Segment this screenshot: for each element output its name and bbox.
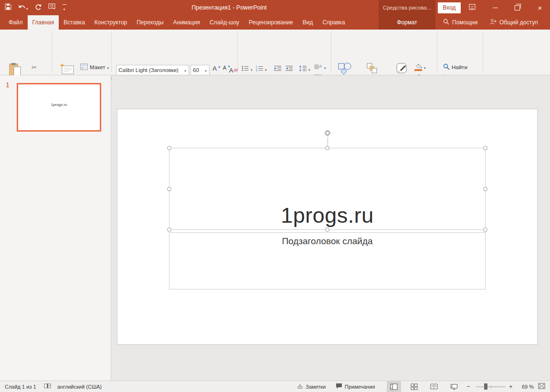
line-spacing-button[interactable] [299,64,310,74]
close-icon: × [538,4,542,11]
language-status[interactable]: английский (США) [57,381,102,392]
numbering-button[interactable]: 123 [256,64,267,74]
resize-handle-middle-right[interactable] [483,187,487,191]
find-label: Найти [452,64,467,70]
notes-toggle-button[interactable]: Заметки [297,381,326,392]
ribbon-display-options-icon [469,3,476,12]
svg-text:3: 3 [256,70,257,72]
font-size-value: 60 [191,67,202,73]
text-direction-button[interactable]: A [314,62,326,72]
layout-icon [80,63,88,71]
minimize-button[interactable] [486,0,504,15]
resize-handle-bottom-center[interactable] [325,227,329,232]
tab-home[interactable]: Главная [28,15,59,30]
slide-thumbnail[interactable]: 1progs.ru [17,83,101,132]
quick-access-toolbar [5,0,66,15]
resize-handle-top-right[interactable] [483,146,487,150]
fit-to-window-icon [538,383,545,390]
font-size-combobox[interactable]: 60 [190,65,210,75]
normal-view-button[interactable] [387,381,401,392]
rotation-handle[interactable] [324,129,331,137]
shapes-icon [338,62,352,76]
slide-sorter-view-button[interactable] [407,381,421,392]
undo-button[interactable] [18,0,28,15]
clear-formatting-button[interactable]: A [228,65,239,75]
customize-qat-button[interactable] [63,0,66,15]
tab-view[interactable]: Вид [298,15,318,30]
tab-transitions[interactable]: Переходы [132,15,168,30]
comments-toggle-button[interactable]: Примечания [336,381,375,392]
numbering-caret-icon [265,66,267,72]
resize-handle-top-left[interactable] [167,146,171,150]
save-button[interactable] [5,0,11,15]
spell-check-button[interactable] [44,381,51,392]
tab-slideshow[interactable]: Слайд-шоу [205,15,244,30]
fit-slide-to-window-button[interactable] [538,381,545,392]
shape-fill-button[interactable] [414,62,426,72]
title-bar: Презентация1 - PowerPoint Средства рисов… [0,0,550,15]
font-name-caret-icon[interactable] [182,67,189,73]
redo-button[interactable] [35,0,42,15]
reading-view-button[interactable] [427,381,441,392]
slide-editing-canvas: 1progs.ru Подзаголовок слайда [112,75,550,381]
slideshow-icon [48,3,56,12]
line-spacing-caret-icon [308,66,310,72]
close-button[interactable]: × [530,0,550,15]
tab-insert[interactable]: Вставка [59,15,90,30]
increase-indent-button[interactable] [286,64,293,74]
save-icon [5,3,11,12]
zoom-out-button[interactable]: − [466,381,470,392]
person-add-icon [490,19,497,26]
tab-review[interactable]: Рецензирование [244,15,298,30]
grow-font-button[interactable]: A▲ [212,65,222,75]
font-size-caret-icon[interactable] [202,67,209,73]
ribbon-display-options-button[interactable] [464,0,480,15]
tell-me-button[interactable]: Помощни [443,15,477,30]
slideshow-view-icon [450,383,458,390]
slide-title-text[interactable]: 1progs.ru [169,203,485,228]
notes-icon [297,383,303,390]
tab-file[interactable]: Файл [4,15,28,30]
thumbnail-title-text: 1progs.ru [18,103,100,107]
status-bar: Слайд 1 из 1 английский (США) Заметки Пр… [0,381,550,392]
undo-dropdown-caret-icon[interactable] [26,3,28,12]
start-slideshow-button[interactable] [48,0,56,15]
tab-design[interactable]: Конструктор [90,15,132,30]
maximize-button[interactable] [508,0,526,15]
slideshow-view-button[interactable] [447,381,461,392]
minimize-icon [493,8,498,8]
zoom-level-button[interactable]: 69 % [518,381,534,392]
subtitle-placeholder[interactable]: Подзаголовок слайда [169,232,486,289]
tab-format[interactable]: Формат [397,15,417,30]
tab-help[interactable]: Справка [317,15,349,30]
eraser-icon [233,69,238,72]
zoom-in-button[interactable]: + [509,381,513,392]
zoom-slider-handle[interactable] [484,383,487,390]
text-direction-caret-icon [324,64,326,70]
zoom-slider[interactable] [476,386,506,387]
find-button[interactable]: Найти [443,62,467,72]
slide-counter[interactable]: Слайд 1 из 1 [5,381,36,392]
sign-in-button[interactable]: Вход [438,2,461,13]
decrease-indent-button[interactable] [274,64,281,74]
share-button[interactable]: Общий доступ [490,15,538,30]
slide-number: 1 [6,81,10,89]
customize-qat-icon [63,4,66,11]
resize-handle-bottom-left[interactable] [167,227,171,232]
slide-subtitle-text[interactable]: Подзаголовок слайда [169,236,485,247]
shape-fill-icon [414,63,422,71]
cut-button[interactable]: ✂ [32,62,37,72]
tab-animations[interactable]: Анимация [169,15,205,30]
title-placeholder[interactable]: 1progs.ru [169,148,486,230]
powerpoint-window: { "app": { "title": "Презентация1 - Powe… [0,0,550,392]
layout-button[interactable]: Макет [80,62,109,72]
resize-handle-middle-left[interactable] [167,187,171,191]
bullets-button[interactable] [242,64,253,74]
ribbon: Вставить ✂ Буфер обмена Создать слайд Ма… [0,30,550,75]
resize-handle-top-center[interactable] [325,146,329,150]
slide[interactable]: 1progs.ru Подзаголовок слайда [117,109,538,345]
increase-indent-icon [286,65,293,72]
resize-handle-bottom-right[interactable] [483,227,487,232]
normal-view-icon [390,383,398,390]
font-name-combobox[interactable]: Calibri Light (Заголовки) [116,65,189,75]
